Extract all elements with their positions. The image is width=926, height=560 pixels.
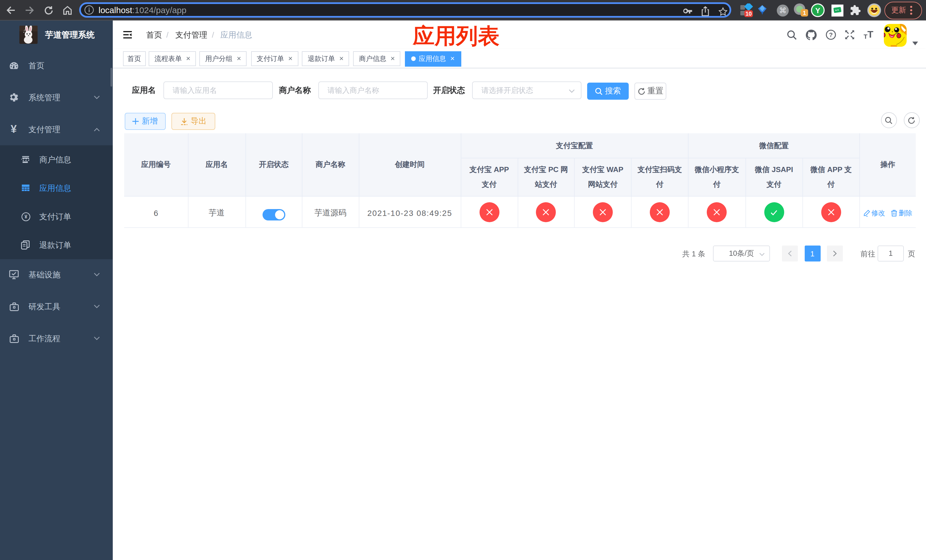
svg-text:10: 10 (746, 11, 752, 17)
svg-text:¥: ¥ (24, 213, 27, 219)
svg-text:1: 1 (803, 10, 806, 16)
svg-text:⌘: ⌘ (779, 6, 786, 15)
svg-text:Y: Y (815, 6, 820, 15)
svg-text:?: ? (829, 31, 832, 38)
